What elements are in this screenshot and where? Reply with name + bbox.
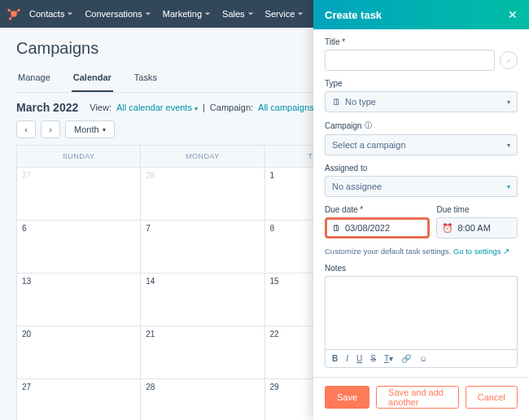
calendar-cell[interactable]: 14 bbox=[140, 273, 264, 326]
cancel-button[interactable]: Cancel bbox=[466, 386, 518, 409]
create-task-panel: Create task ✕ Title * ✓ Type 🗓No type ▾ … bbox=[313, 0, 529, 420]
tab-manage[interactable]: Manage bbox=[16, 68, 52, 92]
more-format-button[interactable]: T▾ bbox=[384, 354, 393, 363]
view-label: View: bbox=[90, 103, 111, 112]
calendar-cell[interactable]: 7 bbox=[140, 220, 264, 273]
due-date-label: Due date * bbox=[325, 205, 430, 214]
day-header: SUNDAY bbox=[16, 146, 140, 167]
tab-calendar[interactable]: Calendar bbox=[72, 68, 113, 92]
calendar-cell[interactable]: 28 bbox=[140, 378, 264, 420]
due-date-input[interactable]: 🗓 03/08/2022 bbox=[325, 217, 430, 238]
settings-hint: Customize your default task settings. Go… bbox=[325, 247, 518, 256]
campaign-select[interactable]: Select a campaign▾ bbox=[325, 134, 518, 155]
calendar-cell[interactable]: 21 bbox=[140, 326, 264, 378]
view-filter[interactable]: All calendar events ▾ bbox=[116, 103, 198, 112]
chevron-down-icon bbox=[247, 11, 254, 17]
calendar-cell[interactable]: 27 bbox=[16, 167, 140, 220]
nav-service[interactable]: Service bbox=[265, 9, 304, 19]
emoji-button[interactable]: ☺ bbox=[419, 354, 427, 363]
next-month-button[interactable]: › bbox=[41, 120, 60, 138]
day-header: MONDAY bbox=[140, 146, 264, 167]
strike-button[interactable]: S bbox=[370, 354, 376, 363]
calendar-cell[interactable]: 28 bbox=[140, 167, 264, 220]
bold-button[interactable]: B bbox=[332, 354, 338, 363]
campaign-filter[interactable]: All campaigns ▾ bbox=[258, 103, 320, 112]
campaign-label: Campaign: bbox=[210, 103, 253, 112]
calendar-cell[interactable]: 13 bbox=[16, 273, 140, 326]
calendar-cell[interactable]: 27 bbox=[16, 378, 140, 420]
due-time-input[interactable]: ⏰ 8:00 AM bbox=[436, 217, 518, 238]
calendar-cell[interactable]: 20 bbox=[16, 326, 140, 378]
chevron-down-icon bbox=[204, 11, 211, 17]
calendar-icon: 🗓 bbox=[332, 223, 341, 233]
underline-button[interactable]: U bbox=[356, 354, 362, 363]
italic-button[interactable]: I bbox=[346, 354, 348, 363]
chevron-down-icon bbox=[145, 11, 151, 17]
nav-conversations[interactable]: Conversations bbox=[85, 9, 151, 19]
clock-icon: ⏰ bbox=[442, 223, 453, 234]
info-icon: ⓘ bbox=[365, 120, 372, 131]
chevron-down-icon bbox=[67, 11, 73, 17]
link-button[interactable]: 🔗 bbox=[401, 354, 411, 363]
notes-label: Notes bbox=[325, 264, 518, 273]
tab-tasks[interactable]: Tasks bbox=[133, 68, 159, 92]
external-link-icon: ↗ bbox=[503, 247, 509, 256]
chevron-down-icon bbox=[297, 11, 304, 17]
save-button[interactable]: Save bbox=[325, 386, 369, 409]
month-view-button[interactable]: Month ▾ bbox=[65, 120, 115, 138]
panel-footer: Save Save and add another Cancel bbox=[313, 377, 529, 420]
nav-contacts[interactable]: Contacts bbox=[29, 9, 73, 19]
go-to-settings-link[interactable]: Go to settings ↗ bbox=[453, 247, 509, 256]
calendar-cell[interactable]: 6 bbox=[16, 220, 140, 273]
notes-toolbar: B I U S T▾ 🔗 ☺ bbox=[325, 349, 518, 368]
campaign-label: Campaign ⓘ bbox=[325, 120, 518, 131]
month-year-label: March 2022 bbox=[16, 101, 78, 114]
calendar-icon: 🗓 bbox=[332, 97, 341, 107]
nav-sales[interactable]: Sales bbox=[222, 9, 254, 19]
complete-toggle[interactable]: ✓ bbox=[500, 51, 518, 69]
assigned-select[interactable]: No assignee▾ bbox=[325, 176, 518, 197]
panel-header: Create task ✕ bbox=[313, 0, 529, 29]
due-time-label: Due time bbox=[436, 205, 518, 214]
close-icon[interactable]: ✕ bbox=[508, 8, 518, 21]
type-select[interactable]: 🗓No type ▾ bbox=[325, 91, 518, 112]
notes-textarea[interactable] bbox=[325, 276, 518, 349]
hubspot-logo-icon bbox=[7, 7, 21, 21]
prev-month-button[interactable]: ‹ bbox=[16, 120, 36, 138]
nav-marketing[interactable]: Marketing bbox=[163, 9, 211, 19]
assigned-label: Assigned to bbox=[325, 164, 518, 173]
title-input[interactable] bbox=[325, 50, 495, 71]
type-label: Type bbox=[325, 79, 518, 88]
panel-title: Create task bbox=[325, 9, 382, 21]
title-label: Title * bbox=[325, 37, 518, 46]
save-add-another-button[interactable]: Save and add another bbox=[376, 386, 459, 409]
